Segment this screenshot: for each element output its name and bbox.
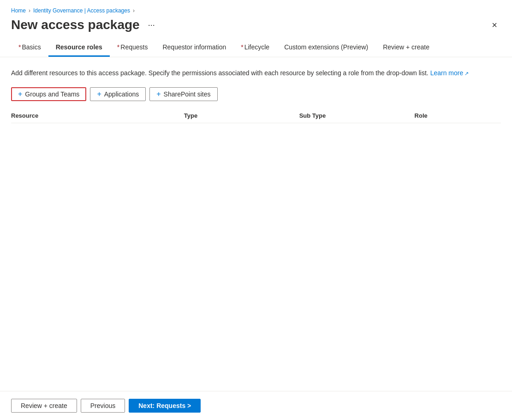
resource-buttons-container: + Groups and Teams + Applications + Shar… — [11, 87, 501, 101]
breadcrumb: Home › Identity Governance | Access pack… — [11, 7, 501, 14]
next-requests-button[interactable]: Next: Requests > — [129, 399, 201, 413]
sharepoint-plus-icon: + — [156, 90, 161, 98]
learn-more-link[interactable]: Learn more — [430, 69, 469, 77]
sharepoint-sites-label: SharePoint sites — [164, 90, 211, 98]
modal-container: Home › Identity Governance | Access pack… — [0, 0, 512, 420]
page-title-row: New access package ··· × — [11, 18, 501, 32]
breadcrumb-identity[interactable]: Identity Governance | Access packages — [33, 7, 130, 14]
groups-teams-button[interactable]: + Groups and Teams — [11, 87, 86, 101]
applications-button[interactable]: + Applications — [90, 87, 146, 101]
lifecycle-required-star: * — [241, 43, 243, 51]
ellipsis-button[interactable]: ··· — [145, 19, 158, 31]
basics-required-star: * — [18, 43, 21, 51]
review-create-button[interactable]: Review + create — [11, 399, 77, 413]
col-role: Role — [415, 112, 501, 119]
description-text: Add different resources to this access p… — [11, 68, 501, 78]
tab-requests[interactable]: *Requests — [110, 40, 155, 57]
tab-resource-roles[interactable]: Resource roles — [48, 40, 110, 57]
tab-custom-extensions[interactable]: Custom extensions (Preview) — [277, 40, 375, 57]
requests-required-star: * — [117, 43, 119, 51]
breadcrumb-sep2: › — [133, 7, 135, 14]
modal-header: Home › Identity Governance | Access pack… — [0, 0, 512, 57]
tabs-container: *Basics Resource roles *Requests Request… — [11, 40, 501, 57]
breadcrumb-home[interactable]: Home — [11, 7, 26, 14]
previous-button[interactable]: Previous — [81, 399, 125, 413]
page-title: New access package — [11, 18, 140, 32]
close-button[interactable]: × — [488, 18, 501, 31]
groups-teams-plus-icon: + — [18, 90, 22, 98]
col-type: Type — [184, 112, 299, 119]
groups-teams-label: Groups and Teams — [25, 90, 79, 98]
tab-review-create[interactable]: Review + create — [375, 40, 437, 57]
applications-label: Applications — [104, 90, 139, 98]
page-title-left: New access package ··· — [11, 18, 158, 32]
tab-requestor-information[interactable]: Requestor information — [155, 40, 233, 57]
col-subtype: Sub Type — [299, 112, 415, 119]
col-resource: Resource — [11, 112, 184, 119]
modal-body: Add different resources to this access p… — [0, 57, 512, 391]
sharepoint-sites-button[interactable]: + SharePoint sites — [149, 87, 217, 101]
tab-basics[interactable]: *Basics — [11, 40, 48, 57]
table-body — [11, 123, 501, 308]
modal-footer: Review + create Previous Next: Requests … — [0, 391, 512, 420]
tab-lifecycle[interactable]: *Lifecycle — [233, 40, 277, 57]
table-header: Resource Type Sub Type Role — [11, 108, 501, 123]
applications-plus-icon: + — [97, 90, 101, 98]
breadcrumb-sep1: › — [29, 7, 30, 14]
